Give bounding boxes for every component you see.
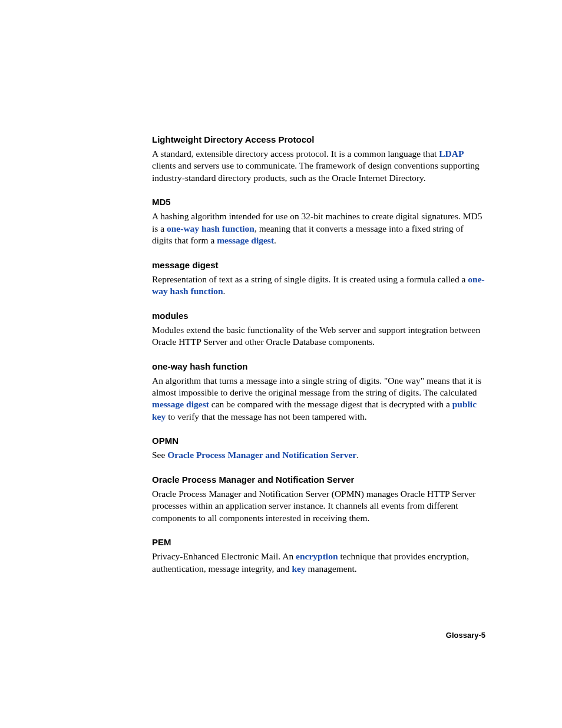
- glossary-term: modules: [152, 311, 485, 321]
- glossary-term: MD5: [152, 197, 485, 207]
- glossary-definition: A hashing algorithm intended for use on …: [152, 210, 485, 246]
- glossary-term: Oracle Process Manager and Notification …: [152, 475, 485, 485]
- cross-reference-link[interactable]: one-way hash function: [167, 223, 254, 233]
- cross-reference-link[interactable]: Oracle Process Manager and Notification …: [167, 450, 356, 460]
- cross-reference-link[interactable]: key: [292, 564, 305, 574]
- glossary-definition: See Oracle Process Manager and Notificat…: [152, 449, 485, 461]
- cross-reference-link[interactable]: message digest: [152, 399, 209, 409]
- glossary-term: OPMN: [152, 436, 485, 446]
- cross-reference-link[interactable]: LDAP: [439, 149, 464, 159]
- glossary-definition: An algorithm that turns a message into a…: [152, 375, 485, 423]
- glossary-definition: A standard, extensible directory access …: [152, 148, 485, 184]
- glossary-term: Lightweight Directory Access Protocol: [152, 134, 485, 144]
- glossary-definition: Modules extend the basic functionality o…: [152, 324, 485, 348]
- glossary-definition: Representation of text as a string of si…: [152, 274, 485, 298]
- glossary-term: one-way hash function: [152, 361, 485, 371]
- glossary-definition: Oracle Process Manager and Notification …: [152, 488, 485, 524]
- glossary-entries: Lightweight Directory Access ProtocolA s…: [152, 134, 485, 575]
- glossary-term: message digest: [152, 260, 485, 270]
- glossary-definition: Privacy-Enhanced Electronic Mail. An enc…: [152, 551, 485, 575]
- cross-reference-link[interactable]: encryption: [296, 551, 338, 561]
- page-footer: Glossary-5: [446, 631, 485, 640]
- cross-reference-link[interactable]: message digest: [217, 235, 274, 245]
- cross-reference-link[interactable]: one-way hash function: [152, 274, 485, 296]
- page: Lightweight Directory Access ProtocolA s…: [0, 0, 562, 728]
- glossary-term: PEM: [152, 537, 485, 547]
